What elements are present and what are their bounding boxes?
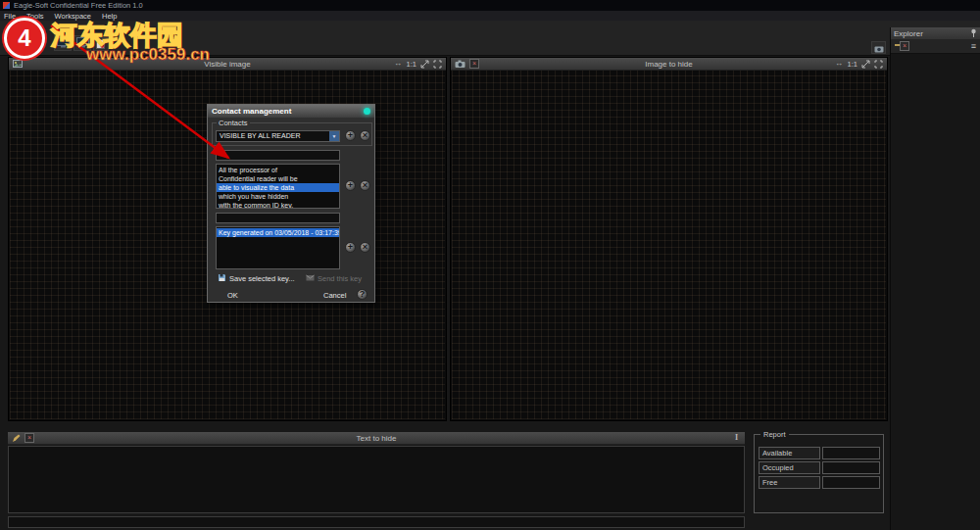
report-label: Free — [759, 476, 820, 489]
menu-bar: File Tools Workspace Help — [0, 11, 980, 21]
plus-icon: + — [346, 181, 355, 190]
remove-contact-button[interactable]: × — [360, 130, 370, 141]
contact-management-dialog: Contact management Contacts VISIBLE BY A… — [207, 104, 375, 303]
image-to-hide-panel: × Image to hide ↔ 1:1 — [450, 57, 888, 421]
key-name-input[interactable] — [216, 213, 340, 223]
pin-icon[interactable] — [970, 28, 977, 39]
add-key-button[interactable]: + — [345, 242, 356, 253]
image-to-hide-title: Image to hide — [451, 60, 887, 69]
add-description-button[interactable]: + — [345, 180, 356, 191]
remove-description-button[interactable]: × — [360, 180, 370, 191]
document-key-icon — [96, 35, 106, 53]
open-hidden-image-button[interactable] — [74, 35, 91, 51]
monitor-icon — [57, 34, 70, 52]
send-key-label: Send this key — [318, 274, 362, 283]
fullscreen-icon[interactable] — [433, 59, 442, 69]
chevron-down-icon[interactable]: ▼ — [329, 131, 339, 141]
explorer-title: Explorer — [894, 29, 923, 38]
camera-icon — [874, 39, 884, 57]
save-selected-key-button[interactable]: Save selected key... — [218, 273, 295, 284]
description-line: All the processor of — [217, 166, 339, 174]
image-to-hide-header: × Image to hide ↔ 1:1 — [451, 58, 887, 71]
main-toolbar — [0, 21, 980, 56]
menu-workspace[interactable]: Workspace — [55, 12, 91, 21]
contact-description-box[interactable]: All the processor of Confidential reader… — [216, 164, 340, 209]
zoom-actual-size-button[interactable]: 1:1 — [407, 60, 416, 69]
contact-name-input[interactable] — [216, 150, 340, 161]
status-indicator-icon — [364, 108, 370, 115]
zoom-actual-size-button[interactable]: 1:1 — [848, 60, 858, 69]
title-bar: Eagle-Soft Confidential Free Edition 1.0 — [0, 0, 980, 11]
report-panel: Report Available Occupied Free — [754, 434, 884, 513]
report-label: Occupied — [759, 461, 820, 474]
menu-help[interactable]: Help — [102, 12, 117, 21]
text-cursor-icon: I — [732, 433, 741, 443]
camera-icon[interactable] — [455, 59, 466, 69]
plus-icon: + — [346, 243, 355, 252]
add-contact-button[interactable]: + — [345, 130, 356, 141]
app-icon — [3, 2, 10, 9]
clear-text-button[interactable]: × — [24, 433, 34, 443]
dialog-title-bar[interactable]: Contact management — [208, 105, 374, 118]
description-line: which you have hidden — [217, 192, 339, 201]
contact-select-value: VISIBLE BY ALL READER — [220, 132, 301, 139]
hamburger-menu-icon[interactable]: ≡ — [971, 41, 976, 51]
report-title: Report — [760, 430, 789, 439]
envelope-icon — [306, 273, 315, 283]
report-value — [822, 461, 880, 474]
contact-management-button[interactable] — [93, 37, 109, 51]
fit-to-window-icon[interactable] — [861, 59, 870, 69]
close-icon: × — [361, 131, 369, 140]
ok-label: OK — [227, 291, 238, 300]
explorer-toolbar: × ≡ — [891, 39, 980, 54]
cancel-label: Cancel — [323, 291, 346, 300]
pencil-icon[interactable] — [12, 433, 21, 443]
visible-image-title: Visible image — [9, 60, 446, 69]
text-to-hide-input[interactable] — [8, 446, 745, 513]
fit-to-window-icon[interactable] — [420, 59, 429, 69]
send-key-button[interactable]: Send this key — [306, 273, 362, 283]
image-to-hide-canvas[interactable] — [452, 71, 886, 419]
explorer-file-list[interactable] — [891, 54, 980, 530]
text-to-hide-status-bar — [8, 516, 745, 528]
window-title: Eagle-Soft Confidential Free Edition 1.0 — [14, 1, 143, 10]
visible-image-header: Visible image ↔ 1:1 — [9, 58, 446, 71]
report-row-occupied: Occupied — [755, 461, 883, 475]
key-list-item-selected[interactable]: Key generated on 03/05/2018 - 03:17:39 — [217, 228, 339, 237]
close-folder-button[interactable]: × — [900, 41, 909, 51]
monitor-icon — [76, 34, 89, 52]
pan-icon[interactable]: ↔ — [835, 59, 844, 69]
menu-file[interactable]: File — [4, 12, 16, 21]
fullscreen-icon[interactable] — [874, 59, 883, 69]
explorer-panel: Explorer × ≡ — [890, 27, 980, 530]
remove-image-button[interactable]: × — [469, 59, 479, 69]
menu-tools[interactable]: Tools — [26, 12, 44, 21]
dialog-title: Contact management — [212, 107, 291, 116]
snapshot-button[interactable] — [871, 41, 886, 54]
explorer-header: Explorer — [891, 27, 980, 39]
report-row-available: Available — [755, 447, 883, 460]
key-list[interactable]: Key generated on 03/05/2018 - 03:17:39 — [216, 226, 340, 269]
app-window: Eagle-Soft Confidential Free Edition 1.0… — [0, 0, 980, 530]
ok-button[interactable]: OK — [227, 291, 238, 300]
report-value — [822, 476, 880, 489]
text-to-hide-header: × Text to hide I — [8, 432, 745, 445]
plus-icon: + — [346, 131, 355, 140]
open-visible-image-button[interactable] — [54, 35, 72, 51]
help-button[interactable]: ? — [357, 289, 368, 300]
contacts-group-label: Contacts — [217, 119, 250, 127]
report-row-free: Free — [755, 476, 883, 490]
cancel-button[interactable]: Cancel — [323, 291, 346, 300]
save-disk-icon — [218, 273, 226, 284]
report-label: Available — [759, 447, 820, 459]
contact-select[interactable]: VISIBLE BY ALL READER ▼ — [216, 130, 340, 142]
close-icon: × — [361, 181, 369, 190]
image-icon — [13, 59, 23, 69]
remove-key-button[interactable]: × — [360, 242, 370, 253]
pan-icon[interactable]: ↔ — [394, 59, 403, 69]
description-line: with the common ID key. — [217, 201, 339, 209]
description-line: Confidential reader will be — [217, 174, 339, 183]
text-to-hide-title: Text to hide — [8, 434, 745, 443]
save-selected-key-label: Save selected key... — [229, 274, 295, 283]
description-line-selected[interactable]: able to visualize the data — [217, 183, 339, 192]
